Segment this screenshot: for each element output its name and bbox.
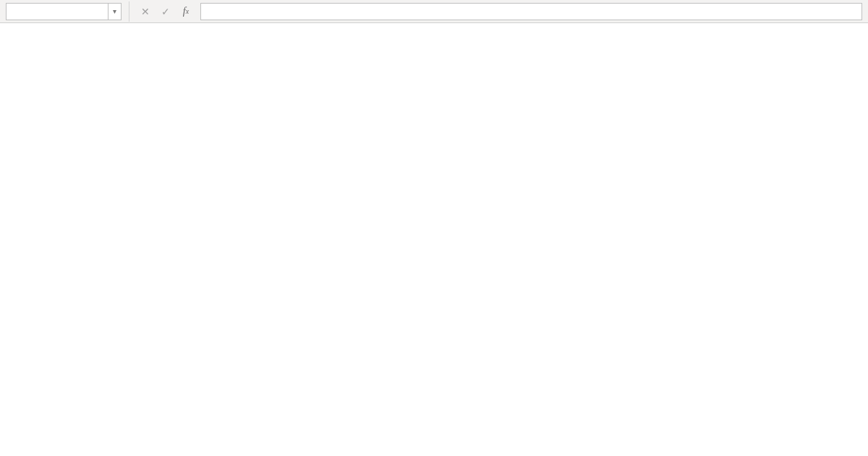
formula-input[interactable] (200, 3, 862, 20)
separator (129, 1, 129, 22)
formula-bar: ▾ ✕ ✓ fx (0, 0, 868, 23)
name-box[interactable] (6, 3, 109, 20)
name-box-dropdown[interactable]: ▾ (109, 3, 122, 20)
name-box-wrap: ▾ (0, 1, 123, 22)
fx-icon[interactable]: fx (177, 3, 195, 20)
accept-icon[interactable]: ✓ (157, 3, 174, 20)
cancel-icon[interactable]: ✕ (137, 3, 154, 20)
